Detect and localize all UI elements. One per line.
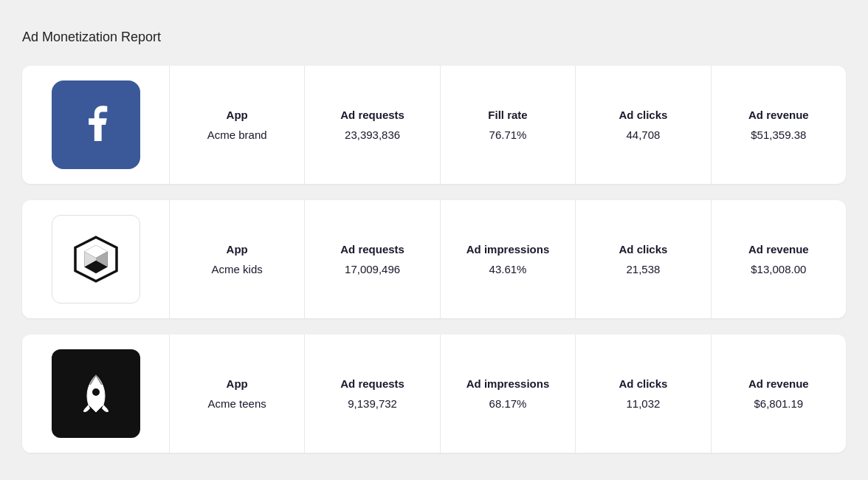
metric-acme-teens-1: Ad impressions 68.17% (441, 335, 576, 453)
facebook-logo-icon (52, 80, 140, 169)
rocket-logo-icon (52, 349, 140, 438)
app-name-acme-brand: Acme brand (207, 128, 267, 141)
metric-value-acme-teens-1: 68.17% (489, 397, 527, 410)
metric-acme-teens-2: Ad clicks 11,032 (576, 335, 711, 453)
metric-acme-brand-1: Fill rate 76.71% (441, 66, 576, 184)
metric-label-acme-kids-0: Ad requests (340, 243, 404, 256)
report-card-acme-brand: App Acme brand Ad requests 23,393,836 Fi… (22, 66, 846, 184)
unity-logo-icon (52, 215, 140, 304)
card-logo-acme-teens (22, 335, 170, 453)
card-app-acme-kids: App Acme kids (170, 200, 305, 318)
metric-value-acme-brand-3: $51,359.38 (751, 128, 806, 141)
metric-value-acme-brand-2: 44,708 (626, 128, 660, 141)
metric-acme-kids-3: Ad revenue $13,008.00 (712, 200, 846, 318)
metric-value-acme-teens-0: 9,139,732 (348, 397, 397, 410)
page-title: Ad Monetization Report (22, 30, 846, 45)
metric-label-acme-brand-2: Ad clicks (619, 109, 667, 121)
card-logo-acme-brand (22, 66, 170, 184)
report-card-acme-kids: App Acme kids Ad requests 17,009,496 Ad … (22, 200, 846, 318)
report-card-acme-teens: App Acme teens Ad requests 9,139,732 Ad … (22, 335, 846, 453)
metric-value-acme-kids-0: 17,009,496 (345, 263, 400, 275)
metric-acme-kids-1: Ad impressions 43.61% (441, 200, 576, 318)
metric-acme-brand-0: Ad requests 23,393,836 (305, 66, 440, 184)
svg-point-5 (92, 388, 100, 396)
metric-acme-teens-0: Ad requests 9,139,732 (305, 335, 440, 453)
metric-acme-teens-3: Ad revenue $6,801.19 (712, 335, 846, 453)
metric-label-acme-teens-0: Ad requests (340, 377, 404, 390)
metric-label-acme-brand-3: Ad revenue (748, 109, 809, 121)
metric-acme-brand-3: Ad revenue $51,359.38 (712, 66, 846, 184)
metric-value-acme-teens-3: $6,801.19 (754, 397, 803, 410)
metric-label-acme-brand-0: Ad requests (340, 109, 404, 121)
metric-value-acme-kids-2: 21,538 (626, 263, 660, 275)
app-name-acme-teens: Acme teens (208, 397, 266, 410)
metric-label-acme-brand-1: Fill rate (488, 109, 527, 121)
card-app-acme-brand: App Acme brand (170, 66, 305, 184)
metric-value-acme-brand-0: 23,393,836 (345, 128, 400, 141)
metric-label-acme-kids-2: Ad clicks (619, 243, 667, 256)
metric-label-acme-kids-3: Ad revenue (748, 243, 809, 256)
app-label-acme-teens: App (227, 377, 248, 390)
app-label-acme-brand: App (227, 109, 248, 121)
metric-value-acme-kids-1: 43.61% (489, 263, 527, 275)
metric-acme-kids-0: Ad requests 17,009,496 (305, 200, 440, 318)
metric-value-acme-brand-1: 76.71% (489, 128, 527, 141)
card-app-acme-teens: App Acme teens (170, 335, 305, 453)
card-logo-acme-kids (22, 200, 170, 318)
metric-label-acme-teens-3: Ad revenue (748, 377, 809, 390)
metric-acme-kids-2: Ad clicks 21,538 (576, 200, 711, 318)
metric-acme-brand-2: Ad clicks 44,708 (576, 66, 711, 184)
app-label-acme-kids: App (227, 243, 248, 256)
metric-value-acme-teens-2: 11,032 (626, 397, 660, 410)
metric-label-acme-kids-1: Ad impressions (466, 243, 550, 256)
metric-label-acme-teens-1: Ad impressions (466, 377, 550, 390)
metric-label-acme-teens-2: Ad clicks (619, 377, 667, 390)
app-name-acme-kids: Acme kids (212, 263, 263, 275)
metric-value-acme-kids-3: $13,008.00 (751, 263, 806, 275)
